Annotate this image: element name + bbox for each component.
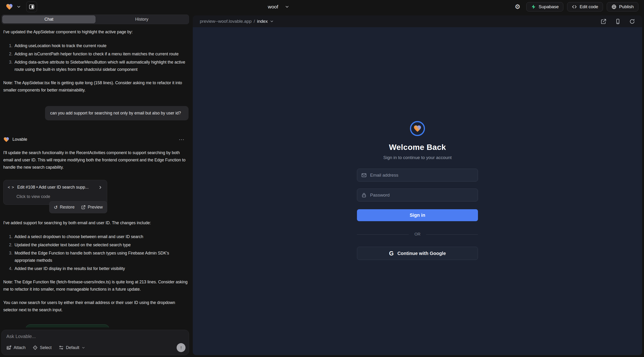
assistant-note: Note: The AppSidebar.tsx file is getting… <box>3 79 188 94</box>
password-input[interactable] <box>370 192 474 198</box>
tab-history[interactable]: History <box>96 16 188 23</box>
project-name: woof <box>268 4 278 10</box>
send-button[interactable]: ↑ <box>176 343 186 352</box>
lock-icon <box>361 192 367 198</box>
project-title[interactable]: woof <box>268 0 290 14</box>
preview-button[interactable]: Preview <box>81 204 103 211</box>
gear-icon: ⚙ <box>515 3 520 10</box>
or-divider: OR <box>357 232 478 237</box>
preview-label: Preview <box>88 204 103 211</box>
preview-panel: preview--woof.lovable.app / index <box>193 16 642 355</box>
composer-toolbar: Attach Select Default <box>6 343 186 352</box>
chat-message-list[interactable]: I've updated the AppSidebar component to… <box>0 24 190 328</box>
supabase-label: Supabase <box>539 4 559 10</box>
top-bar-actions: ⚙ Supabase Edit code Publish <box>513 2 638 12</box>
signin-title: Welcome Back <box>389 142 446 152</box>
restored-row: Restored #107 Highlight Active Page in S… <box>3 324 188 328</box>
tab-chat[interactable]: Chat <box>2 16 96 23</box>
supabase-bolt-icon <box>531 4 536 10</box>
supabase-button[interactable]: Supabase <box>526 2 564 12</box>
sign-in-button[interactable]: Sign in <box>357 209 478 221</box>
assistant-message-header: Lovable ⋯ <box>3 136 188 143</box>
preview-viewport: Welcome Back Sign in to continue to your… <box>193 27 642 355</box>
chevron-right-icon[interactable] <box>98 185 103 190</box>
chevron-down-icon[interactable] <box>285 4 290 9</box>
refresh-icon[interactable] <box>629 18 635 24</box>
restore-label: Restore <box>60 204 74 211</box>
assistant-paragraph: You can now search for users by either t… <box>3 299 188 314</box>
restore-icon: ↺ <box>54 205 58 210</box>
code-icon <box>572 4 577 10</box>
url-page: index <box>257 19 268 24</box>
arrow-up-icon: ↑ <box>180 345 182 350</box>
list-item: Adding useLocation hook to track the cur… <box>14 42 188 50</box>
assistant-note: Note: The Edge Function file (fetch-fire… <box>3 278 188 293</box>
version-number: #107 <box>31 326 40 328</box>
list-item: Adding data-active attribute to SidebarM… <box>14 59 188 73</box>
settings-button[interactable]: ⚙ <box>513 2 522 12</box>
attach-button[interactable]: Attach <box>6 345 26 350</box>
mode-selector[interactable]: Default <box>59 345 85 350</box>
assistant-paragraph: I've added support for searching by both… <box>3 219 188 226</box>
continue-with-google-button[interactable]: G Continue with Google <box>357 247 478 260</box>
edit-chip-row: ↺ Restore Preview <box>3 201 107 213</box>
preview-url[interactable]: preview--woof.lovable.app / index <box>200 19 274 24</box>
chat-history-tabs: Chat History <box>2 14 189 24</box>
mode-label: Default <box>66 345 79 350</box>
password-field[interactable] <box>357 188 478 202</box>
assistant-numbered-list: Added a select dropdown to choose betwee… <box>3 233 188 272</box>
assistant-name: Lovable <box>12 136 27 143</box>
version-title: Highlight Active Page in Sidebar <box>44 326 104 328</box>
app-logo-group[interactable] <box>6 3 21 10</box>
email-input[interactable] <box>370 173 474 178</box>
select-label: Select <box>40 345 52 350</box>
restored-version-badge[interactable]: #107 Highlight Active Page in Sidebar <box>26 324 109 328</box>
lovable-heart-icon <box>3 136 10 142</box>
divider-line <box>357 234 409 234</box>
more-options-icon[interactable]: ⋯ <box>179 137 184 142</box>
code-icon: < > <box>8 184 14 191</box>
edit-card-wrap: < > Edit #108 • Add user ID search supp.… <box>3 180 107 213</box>
divider-line <box>426 234 478 234</box>
user-message-bubble: can you add support for searching not on… <box>45 106 188 120</box>
sliders-icon <box>59 345 64 350</box>
signin-subtitle: Sign in to continue to your account <box>383 155 452 160</box>
sidebar-toggle-icon <box>28 4 35 10</box>
edit-code-button[interactable]: Edit code <box>567 2 603 12</box>
chevron-down-icon[interactable] <box>270 19 274 24</box>
preview-url-bar: preview--woof.lovable.app / index <box>193 16 642 27</box>
list-item: Added a select dropdown to choose betwee… <box>14 233 188 240</box>
list-item: Updated the placeholder text based on th… <box>14 241 188 249</box>
view-code-link[interactable]: Click to view code <box>8 193 103 200</box>
chevron-down-icon <box>82 346 85 350</box>
heart-icon <box>413 124 422 133</box>
target-icon <box>32 345 38 350</box>
url-host: preview--woof.lovable.app <box>200 19 252 24</box>
list-item: Modified the Edge Function to handle bot… <box>14 250 188 264</box>
open-in-new-tab-icon[interactable] <box>600 18 606 24</box>
attach-label: Attach <box>14 345 26 350</box>
restore-button[interactable]: ↺ Restore <box>54 204 74 211</box>
chat-input[interactable] <box>6 334 184 343</box>
google-label: Continue with Google <box>397 251 446 256</box>
chevron-down-icon[interactable] <box>16 4 21 9</box>
sidebar-toggle-button[interactable] <box>26 2 37 12</box>
chat-composer[interactable]: Attach Select Default <box>2 330 189 355</box>
email-field[interactable] <box>357 169 478 182</box>
list-item: Added the user ID display in the results… <box>14 265 188 272</box>
mobile-view-icon[interactable] <box>615 18 621 24</box>
attach-image-icon <box>6 345 12 350</box>
edit-code-label: Edit code <box>580 4 598 10</box>
external-link-icon <box>81 205 86 210</box>
divider-label: OR <box>414 232 420 237</box>
globe-icon <box>612 4 616 10</box>
preview-actions <box>600 18 635 24</box>
list-item: Adding an isCurrentPath helper function … <box>14 50 188 58</box>
assistant-paragraph: I'll update the search functionality in … <box>3 149 188 171</box>
lovable-heart-icon <box>6 3 13 10</box>
envelope-icon <box>361 172 367 178</box>
select-element-button[interactable]: Select <box>32 345 52 350</box>
publish-button[interactable]: Publish <box>607 2 638 12</box>
assistant-numbered-list: Adding useLocation hook to track the cur… <box>3 42 188 73</box>
publish-label: Publish <box>619 4 634 10</box>
